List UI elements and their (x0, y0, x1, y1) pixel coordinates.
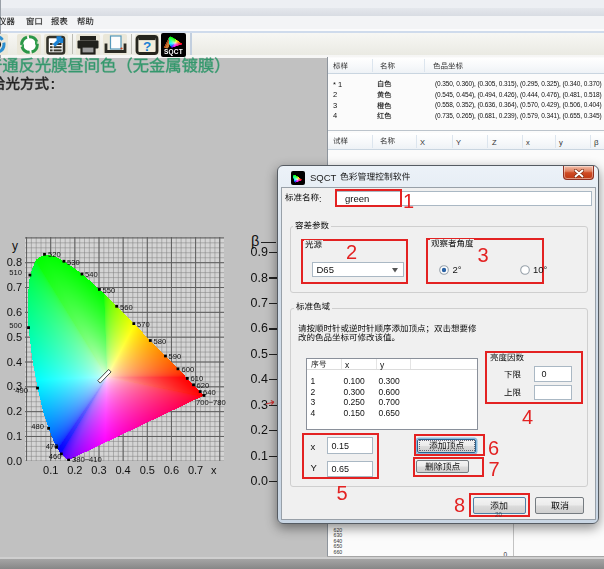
svg-text:?: ? (143, 39, 151, 54)
